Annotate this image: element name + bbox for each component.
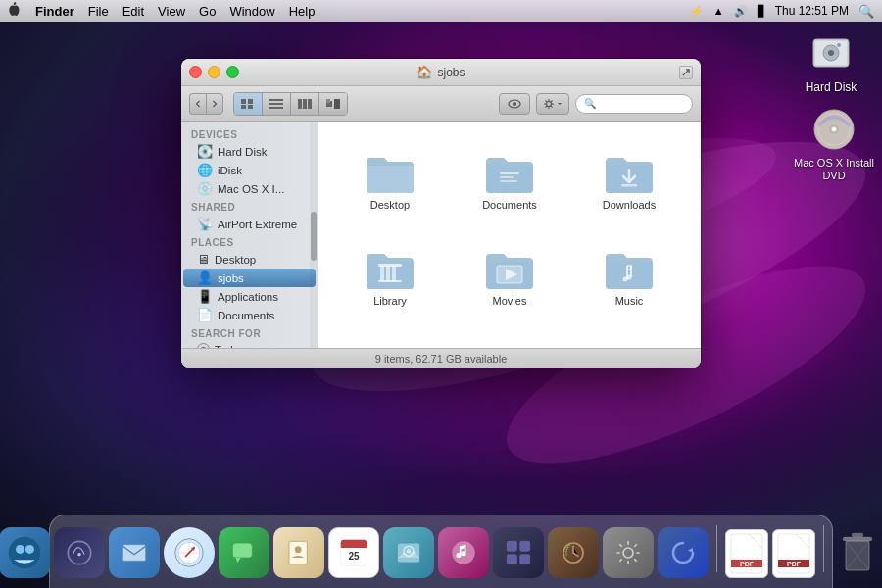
column-view-button[interactable] (291, 93, 319, 115)
dock-mail[interactable] (109, 527, 160, 578)
svg-rect-78 (520, 555, 530, 564)
apple-menu[interactable] (8, 1, 22, 21)
sidebar-item-sjobs[interactable]: 👤 sjobs (183, 269, 316, 287)
folder-pictures[interactable]: Pictures (334, 329, 446, 348)
folder-desktop[interactable]: Desktop (334, 137, 446, 225)
desktop-icon-dvd[interactable]: Mac OS X Install DVD (790, 106, 878, 182)
quick-look-button[interactable] (499, 93, 530, 115)
sidebar: DEVICES 💽 Hard Disk 🌐 iDisk 💿 Mac OS X I… (181, 122, 318, 348)
spotlight-icon[interactable]: 🔍 (858, 4, 874, 19)
folder-documents[interactable]: Documents (454, 137, 565, 225)
close-button[interactable] (189, 66, 202, 78)
sidebar-item-documents[interactable]: 📄 Documents (181, 306, 318, 324)
menu-go[interactable]: Go (199, 4, 216, 19)
view-buttons (233, 92, 348, 116)
action-button[interactable] (536, 93, 569, 115)
folder-library[interactable]: Library (334, 233, 446, 321)
desktop-icon-hard-disk[interactable]: Hard Disk (792, 29, 870, 94)
dock-system-prefs[interactable] (603, 527, 654, 578)
sidebar-section-places: PLACES (181, 233, 318, 250)
menu-window[interactable]: Window (229, 4, 274, 19)
svg-point-41 (627, 275, 632, 280)
menu-help[interactable]: Help (289, 4, 316, 19)
mac-os-label: Mac OS X I... (218, 183, 284, 195)
sidebar-scrollbar-thumb[interactable] (311, 212, 317, 261)
sidebar-scrollbar-track (310, 122, 318, 348)
dock-spaces[interactable] (493, 527, 544, 578)
dock-items: 25 (0, 525, 882, 584)
dock-trash[interactable] (832, 527, 882, 578)
traffic-lights (189, 66, 239, 78)
sidebar-section-devices: DEVICES (181, 125, 318, 142)
dock-separator (716, 525, 717, 572)
sidebar-item-airport[interactable]: 📡 AirPort Extreme (181, 215, 318, 233)
folder-music[interactable]: Music (573, 233, 685, 321)
svg-point-54 (77, 553, 80, 556)
folder-public[interactable]: Public (454, 329, 565, 348)
nav-buttons (189, 93, 223, 115)
dock-pdf2[interactable]: PDF (772, 529, 815, 578)
dock-ichat[interactable] (219, 527, 270, 578)
svg-point-28 (513, 102, 516, 106)
svg-rect-35 (386, 266, 390, 281)
dock-dashboard[interactable] (54, 527, 105, 578)
forward-button[interactable] (206, 93, 223, 115)
hard-disk-sidebar-label: Hard Disk (218, 146, 267, 158)
cover-flow-button[interactable] (319, 93, 347, 115)
sidebar-item-hard-disk[interactable]: 💽 Hard Disk (181, 142, 318, 161)
svg-rect-36 (392, 266, 396, 281)
sidebar-item-today[interactable]: ◷ Today (181, 341, 318, 348)
svg-point-8 (828, 50, 834, 56)
sidebar-item-desktop[interactable]: 🖥 Desktop (181, 250, 318, 269)
sidebar-item-idisk[interactable]: 🌐 iDisk (181, 161, 318, 179)
menu-finder[interactable]: Finder (35, 4, 74, 19)
zoom-button[interactable] (679, 66, 693, 79)
folder-movies[interactable]: Movies (454, 233, 565, 321)
dock-ical[interactable]: 25 (328, 527, 379, 578)
svg-rect-89 (843, 537, 872, 541)
folder-sites[interactable]: Sites (573, 329, 685, 348)
dock-finder[interactable] (0, 527, 50, 578)
toolbar: 🔍 (181, 86, 701, 122)
statusbar: 9 items, 62.71 GB available (181, 348, 701, 368)
documents-folder-icon (484, 152, 535, 195)
menu-file[interactable]: File (88, 4, 109, 19)
svg-rect-15 (248, 99, 253, 104)
svg-rect-34 (380, 266, 384, 281)
sidebar-item-applications[interactable]: 📱 Applications (181, 287, 318, 306)
svg-rect-75 (507, 541, 516, 551)
back-button[interactable] (189, 93, 206, 115)
dvd-icon (810, 106, 858, 153)
search-input[interactable]: 🔍 (575, 94, 693, 114)
menu-edit[interactable]: Edit (122, 4, 144, 19)
svg-rect-37 (378, 264, 402, 267)
svg-point-73 (457, 553, 462, 558)
dock-address-book[interactable] (273, 527, 324, 578)
svg-rect-23 (308, 99, 312, 109)
minimize-button[interactable] (208, 66, 220, 78)
dock-misc[interactable] (658, 527, 709, 578)
icon-view-button[interactable] (234, 93, 263, 115)
content-area: DEVICES 💽 Hard Disk 🌐 iDisk 💿 Mac OS X I… (181, 122, 701, 348)
dock-iphoto[interactable] (383, 527, 434, 578)
sidebar-item-mac-os[interactable]: 💿 Mac OS X I... (181, 179, 318, 198)
dock-pdf[interactable]: PDF (725, 529, 768, 578)
sjobs-icon: 👤 (197, 270, 213, 285)
desktop-folder-icon (365, 152, 416, 195)
applications-icon: 📱 (197, 289, 213, 304)
desktop-sidebar-label: Desktop (215, 254, 256, 266)
menu-view[interactable]: View (158, 4, 185, 19)
maximize-button[interactable] (226, 66, 239, 78)
hard-disk-sidebar-icon: 💽 (197, 144, 213, 159)
dock-separator-2 (823, 525, 824, 572)
dock-itunes[interactable] (438, 527, 489, 578)
clock: Thu 12:51 PM (775, 4, 849, 18)
dock-safari[interactable] (164, 527, 215, 578)
folder-downloads[interactable]: Downloads (573, 137, 685, 225)
downloads-folder-icon (604, 152, 655, 195)
dock-time-machine[interactable] (548, 527, 599, 578)
svg-point-13 (832, 127, 836, 131)
list-view-button[interactable] (263, 93, 291, 115)
svg-rect-25 (334, 99, 340, 109)
movies-folder-label: Movies (493, 295, 527, 307)
